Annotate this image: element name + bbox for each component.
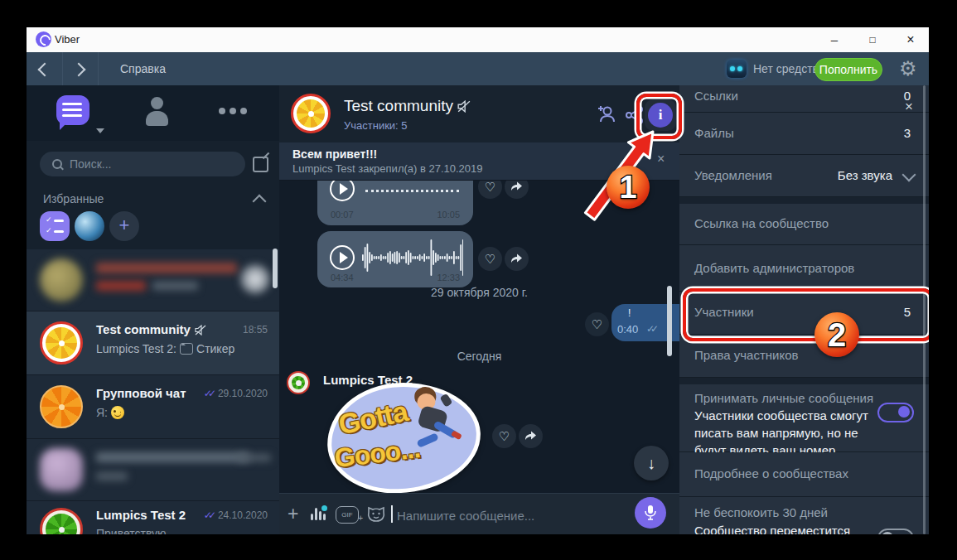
outgoing-duration: 0:40	[617, 323, 638, 336]
add-member-icon[interactable]	[596, 105, 617, 123]
row-label: Права участников	[694, 348, 799, 362]
voice-record-button[interactable]	[635, 497, 666, 529]
chat-scrollbar[interactable]	[667, 286, 672, 356]
panel-row-about-communities[interactable]: Подробнее о сообществах	[679, 452, 929, 497]
chat-list-item-redacted-2[interactable]	[27, 439, 279, 501]
sticker-message[interactable]: Gotta Gooo...	[326, 380, 483, 495]
row-label: Принимать личные сообщения	[694, 391, 873, 405]
viber-out-icon	[727, 60, 747, 78]
chat-list-item-group-chat[interactable]: Групповой чат ✓✓29.10.2020 Я:	[27, 375, 279, 439]
chat-list-item-test-community[interactable]: Test community 18:55 Lumpics Test 2:Стик…	[27, 311, 279, 375]
today-divider: Сегодня	[279, 350, 679, 363]
date-divider: 29 октября 2020 г.	[279, 286, 679, 299]
row-label: Подробнее о сообществах	[694, 466, 848, 480]
redacted-preview-2	[152, 282, 198, 290]
personal-messages-toggle[interactable]	[877, 403, 914, 422]
audio-elapsed: 04:34	[331, 273, 354, 282]
maximize-button[interactable]: □	[854, 27, 891, 52]
chat-preview: Lumpics Test 2:Стикер	[96, 342, 234, 355]
tab-contacts[interactable]	[143, 95, 172, 127]
compose-icon[interactable]	[253, 157, 268, 172]
forward-icon	[72, 63, 86, 77]
outgoing-mark: !	[628, 307, 631, 319]
window-title: Viber	[55, 33, 80, 46]
voice-messages-icon[interactable]	[309, 507, 329, 522]
help-menu[interactable]: Справка	[120, 62, 166, 75]
chat-list-item-redacted-1[interactable]	[27, 249, 279, 311]
audio-waveform[interactable]	[362, 238, 463, 278]
read-checks-icon: ✓✓	[204, 509, 212, 521]
panel-close-icon[interactable]: ×	[905, 99, 913, 115]
add-favorite-button[interactable]: +	[109, 211, 139, 241]
forward-button[interactable]	[519, 424, 543, 448]
forward-button[interactable]	[62, 52, 99, 85]
screenshot-background: Viber – □ × Справка Нет средств Пополнит…	[0, 0, 957, 560]
forward-button[interactable]	[505, 247, 529, 271]
dnd-toggle[interactable]	[877, 529, 914, 534]
panel-row-add-admins[interactable]: Добавить администраторов	[679, 245, 929, 292]
chat-time: ✓✓29.10.2020	[204, 388, 268, 399]
redacted-avatar	[40, 258, 83, 302]
row-label: Добавить администраторов	[694, 261, 854, 275]
panel-row-links[interactable]: Ссылки 0	[679, 85, 929, 113]
chat-time: 18:55	[243, 324, 268, 336]
scroll-to-bottom-button[interactable]: ↓	[634, 446, 669, 480]
search-input[interactable]	[40, 152, 245, 176]
viber-logo-icon	[36, 31, 51, 47]
forward-icon	[510, 181, 523, 191]
favorite-checklist-avatar[interactable]	[40, 211, 70, 241]
minimize-button[interactable]: –	[816, 27, 853, 52]
chats-dropdown-caret[interactable]	[96, 128, 104, 138]
topup-button[interactable]: Пополнить	[814, 58, 882, 81]
favorite-globe-avatar[interactable]	[75, 211, 104, 241]
chat-name: Групповой чат	[96, 386, 186, 400]
sidebar-scrollbar[interactable]	[273, 249, 278, 288]
text-caret	[391, 505, 393, 523]
panel-row-community-link[interactable]: Ссылка на сообщество	[679, 204, 929, 245]
back-button[interactable]	[27, 52, 63, 85]
redacted-avatar	[40, 448, 83, 491]
pinned-meta: Lumpics Test закрепил(а) в 27.10.2019	[292, 162, 483, 175]
microphone-icon	[644, 504, 657, 521]
annotation-box-members-row	[683, 288, 929, 341]
lumpics-avatar	[40, 508, 83, 534]
search-icon	[52, 159, 62, 169]
attach-plus-icon[interactable]: +	[288, 503, 298, 525]
tab-chats[interactable]	[56, 95, 89, 125]
gif-icon[interactable]: GIF	[336, 506, 359, 524]
sticker-panel-icon[interactable]	[367, 505, 385, 523]
tab-more[interactable]	[219, 107, 255, 115]
close-button[interactable]: ×	[892, 27, 929, 52]
chat-list-item-lumpics-test-2[interactable]: Lumpics Test 2 ✓✓24.10.2020 Приветствую	[27, 501, 279, 534]
row-label: Не беспокоить 30 дней	[694, 505, 828, 519]
collapse-favorites-icon[interactable]	[253, 195, 267, 209]
sender-avatar[interactable]	[287, 371, 310, 394]
like-button[interactable]: ♡	[478, 247, 502, 271]
titlebar: Viber – □ ×	[27, 27, 929, 52]
community-avatar[interactable]	[291, 94, 331, 133]
panel-row-notifications[interactable]: Уведомления Без звука	[679, 155, 929, 197]
chat-preview: Я:	[96, 406, 124, 419]
chat-title: Test community	[344, 97, 471, 115]
panel-row-personal-messages[interactable]: Принимать личные сообщения Участники соо…	[679, 384, 929, 452]
sidebar-tabs	[27, 85, 279, 142]
like-button[interactable]: ♡	[585, 312, 609, 336]
chat-members-count: Участники: 5	[344, 119, 408, 132]
group-chat-avatar	[40, 385, 83, 428]
test-community-avatar	[40, 321, 83, 364]
message-input[interactable]	[395, 502, 647, 529]
row-label: Ссылки	[694, 89, 738, 103]
panel-row-files[interactable]: Файлы 3	[679, 113, 929, 155]
settings-gear-icon[interactable]: ⚙	[899, 59, 917, 79]
row-description: Сообщество переместится вниз	[694, 522, 875, 534]
like-button[interactable]: ♡	[492, 424, 516, 448]
forward-icon	[510, 253, 523, 263]
read-checks-icon: ✓✓	[204, 388, 212, 399]
panel-row-dnd[interactable]: Не беспокоить 30 дней Сообщество перемес…	[679, 497, 929, 534]
play-button[interactable]	[330, 245, 355, 270]
annotation-step-1: 1	[607, 166, 650, 209]
audio-time: 12:33	[437, 273, 460, 282]
sent-checks-icon: ✓✓	[646, 323, 655, 335]
audio-waveform[interactable]	[365, 190, 459, 192]
redacted-right-avatar	[240, 264, 270, 294]
